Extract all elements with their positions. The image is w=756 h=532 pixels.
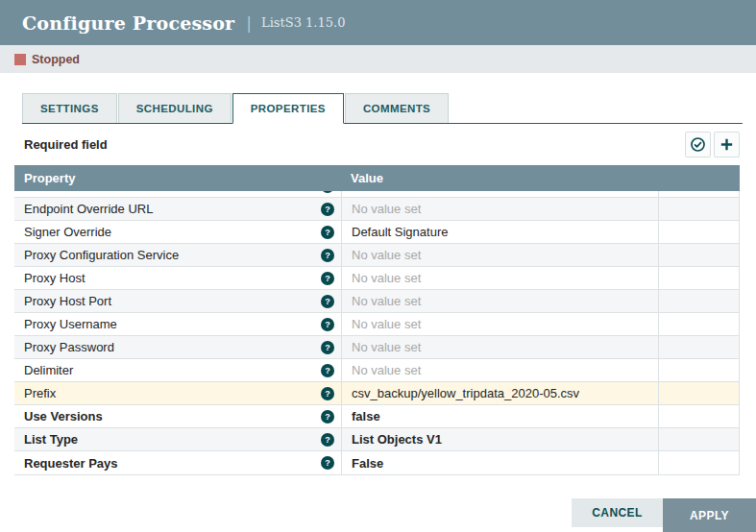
property-name: Proxy Configuration Service (24, 248, 321, 262)
table-row[interactable]: List Type ? List Objects V1 (14, 428, 740, 451)
check-circle-icon (690, 136, 706, 153)
table-row[interactable]: Endpoint Override URL ? No value set (14, 198, 740, 221)
tab-comments[interactable]: COMMENTS (345, 93, 449, 123)
property-name: Proxy Username (24, 317, 321, 331)
table-body: SSL Context Service ? No value set Endpo… (14, 191, 740, 475)
row-actions-cell (658, 244, 740, 266)
row-actions-cell (658, 382, 740, 404)
table-row[interactable]: Proxy Username ? No value set (14, 313, 740, 336)
row-actions-cell (658, 405, 740, 427)
row-actions-cell (658, 451, 740, 474)
property-value[interactable]: No value set (341, 198, 658, 220)
table-row[interactable]: Proxy Host ? No value set (14, 267, 740, 290)
dialog-header: Configure Processor | ListS3 1.15.0 (0, 0, 756, 45)
status-label: Stopped (32, 53, 80, 66)
cancel-button[interactable]: CANCEL (572, 498, 663, 527)
property-name: Prefix (24, 386, 321, 400)
help-icon[interactable]: ? (321, 272, 334, 285)
property-name: List Type (24, 432, 321, 447)
property-name: Endpoint Override URL (24, 202, 321, 216)
help-icon[interactable]: ? (321, 433, 334, 447)
table-row[interactable]: Requester Pays ? False (14, 451, 740, 474)
table-row[interactable]: Use Versions ? false (14, 405, 740, 428)
row-actions-cell (658, 313, 740, 335)
property-name: SSL Context Service (24, 191, 321, 193)
table-row[interactable]: Delimiter ? No value set (14, 359, 740, 382)
help-icon[interactable]: ? (321, 341, 334, 354)
stopped-status-icon (14, 54, 26, 65)
help-icon[interactable]: ? (321, 387, 334, 400)
property-value[interactable]: csv_backup/yellow_tripdata_2020-05.csv (341, 382, 658, 404)
add-property-button[interactable] (714, 132, 740, 157)
table-header: Property Value (14, 165, 740, 191)
plus-icon (719, 136, 735, 153)
property-value[interactable]: No value set (341, 313, 658, 335)
help-icon[interactable]: ? (321, 226, 334, 239)
tab-properties[interactable]: PROPERTIES (232, 93, 344, 124)
tab-bar: SETTINGSSCHEDULINGPROPERTIESCOMMENTS (22, 93, 743, 124)
help-icon[interactable]: ? (321, 295, 334, 308)
tab-settings[interactable]: SETTINGS (22, 93, 117, 123)
property-name: Proxy Host (24, 271, 321, 285)
row-actions-cell (658, 336, 740, 358)
table-row[interactable]: Proxy Configuration Service ? No value s… (14, 244, 740, 267)
table-row[interactable]: Signer Override ? Default Signature (14, 221, 740, 244)
help-icon[interactable]: ? (321, 410, 334, 423)
row-actions-cell (658, 221, 740, 243)
dialog-title: Configure Processor (22, 12, 234, 34)
title-separator: | (246, 13, 252, 33)
table-toolbar: Required field (0, 124, 756, 165)
configure-processor-dialog: Configure Processor | ListS3 1.15.0 Stop… (0, 0, 756, 532)
property-value[interactable]: False (341, 451, 658, 474)
property-name: Proxy Password (24, 340, 321, 354)
row-actions-cell (658, 428, 740, 450)
required-field-label: Required field (24, 137, 108, 152)
processor-type-version: ListS3 1.15.0 (261, 15, 345, 30)
table-row[interactable]: Proxy Host Port ? No value set (14, 290, 740, 313)
property-value[interactable]: No value set (341, 191, 658, 197)
row-actions-cell (658, 290, 740, 312)
table-row[interactable]: Proxy Password ? No value set (14, 336, 740, 359)
status-bar: Stopped (0, 45, 756, 73)
tab-scheduling[interactable]: SCHEDULING (118, 93, 232, 123)
property-name: Signer Override (24, 225, 321, 239)
help-icon[interactable]: ? (321, 249, 334, 262)
property-name: Requester Pays (24, 456, 321, 471)
column-header-property: Property (14, 171, 341, 185)
table-row[interactable]: Prefix ? csv_backup/yellow_tripdata_2020… (14, 382, 740, 405)
verify-properties-button[interactable] (685, 132, 711, 157)
property-value[interactable]: No value set (341, 290, 658, 312)
row-actions-cell (658, 198, 740, 220)
property-value[interactable]: No value set (341, 359, 658, 381)
apply-button[interactable]: APPLY (663, 498, 756, 532)
property-name: Use Versions (24, 409, 321, 423)
property-value[interactable]: No value set (341, 336, 658, 358)
table-row[interactable]: SSL Context Service ? No value set (14, 191, 740, 198)
help-icon[interactable]: ? (321, 318, 334, 331)
property-name: Proxy Host Port (24, 294, 321, 308)
help-icon[interactable]: ? (321, 364, 334, 377)
property-value[interactable]: No value set (341, 267, 658, 289)
help-icon[interactable]: ? (321, 456, 334, 470)
property-value[interactable]: List Objects V1 (341, 428, 658, 450)
property-value[interactable]: No value set (341, 244, 658, 266)
property-name: Delimiter (24, 363, 321, 377)
help-icon[interactable]: ? (321, 191, 334, 193)
property-value[interactable]: false (341, 405, 658, 427)
row-actions-cell (658, 191, 740, 197)
properties-table: Property Value SSL Context Service ? No … (14, 165, 740, 475)
property-value[interactable]: Default Signature (341, 221, 658, 243)
row-actions-cell (658, 267, 740, 289)
column-header-value: Value (341, 171, 658, 185)
help-icon[interactable]: ? (321, 203, 334, 216)
row-actions-cell (658, 359, 740, 381)
